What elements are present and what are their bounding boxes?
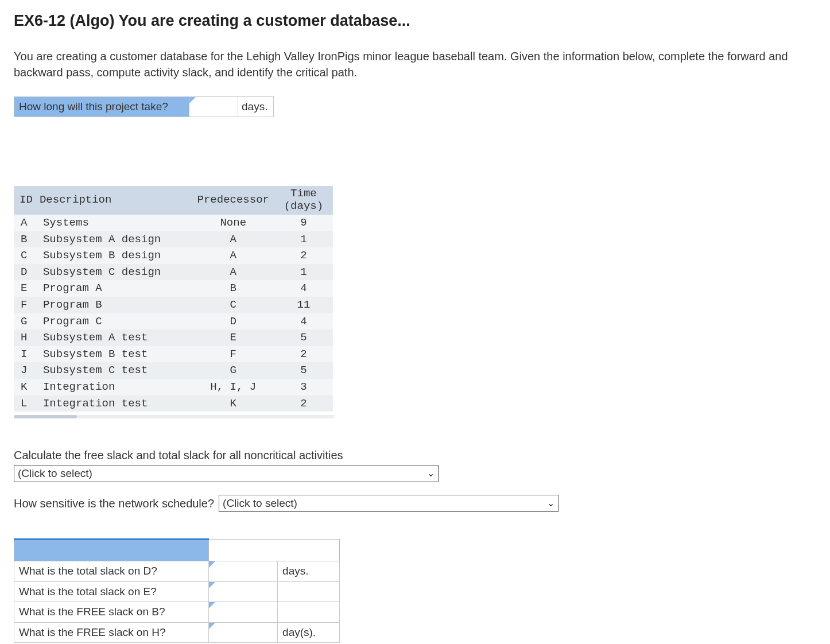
table-row: EProgram AB4 xyxy=(14,280,333,297)
activity-table: ID Description Predecessor Time (days) A… xyxy=(14,186,333,412)
table-row: BSubsystem A designA1 xyxy=(14,231,333,248)
cell-pred: A xyxy=(192,231,274,248)
cell-pred: None xyxy=(192,215,274,231)
cell-time: 4 xyxy=(274,313,333,330)
cell-time: 4 xyxy=(274,280,333,297)
answer-unit xyxy=(278,602,340,623)
cell-id: D xyxy=(14,264,40,281)
answer-row: What is the FREE slack on H?day(s). xyxy=(14,622,340,643)
table-row: CSubsystem B designA2 xyxy=(14,247,333,264)
slack-select[interactable]: (Click to select) ⌄ xyxy=(14,465,439,482)
cell-time: 9 xyxy=(274,215,333,231)
q1-unit: days. xyxy=(238,97,273,117)
cell-id: G xyxy=(14,313,40,330)
answer-question: What is the total slack on E? xyxy=(14,581,209,602)
cell-time: 11 xyxy=(274,297,333,313)
cell-pred: D xyxy=(192,313,274,330)
page-title: EX6-12 (Algo) You are creating a custome… xyxy=(14,10,816,32)
cell-id: L xyxy=(14,395,40,412)
cell-id: F xyxy=(14,297,40,313)
cell-time: 3 xyxy=(274,379,333,395)
cell-pred: A xyxy=(192,264,274,281)
answer-row: What is the total slack on D?days. xyxy=(14,561,340,581)
answer-input[interactable] xyxy=(209,623,277,643)
cell-id: C xyxy=(14,247,40,264)
cell-id: B xyxy=(14,231,40,248)
answer-question: What is the FREE slack on B? xyxy=(14,602,209,623)
intro-text: You are creating a customer database for… xyxy=(14,48,816,80)
sensitive-prompt: How sensitive is the network schedule? xyxy=(14,495,214,511)
answer-unit: day(s). xyxy=(278,622,340,643)
table-row: FProgram BC11 xyxy=(14,297,333,313)
cell-pred: F xyxy=(192,346,274,363)
table-row: JSubsystem C testG5 xyxy=(14,362,333,379)
table-row: KIntegrationH, I, J3 xyxy=(14,379,333,395)
col-pred: Predecessor xyxy=(192,186,274,215)
cell-time: 1 xyxy=(274,264,333,281)
cell-desc: Program C xyxy=(40,313,192,330)
cell-desc: Integration test xyxy=(40,395,192,412)
q1-label: How long will this project take? xyxy=(14,97,189,117)
answer-question: What is the total slack on D? xyxy=(14,561,209,581)
cell-pred: A xyxy=(192,247,274,264)
cell-pred: H, I, J xyxy=(192,379,274,395)
cell-time: 2 xyxy=(274,395,333,412)
q1-row: How long will this project take? days. xyxy=(14,96,274,118)
answer-input[interactable] xyxy=(209,561,277,581)
cell-pred: E xyxy=(192,329,274,346)
cell-pred: C xyxy=(192,297,274,313)
table-scrollbar[interactable] xyxy=(14,415,334,418)
slack-select-value: (Click to select) xyxy=(18,466,92,482)
q1-input-cell xyxy=(189,97,238,117)
sensitive-select-value: (Click to select) xyxy=(223,496,297,511)
answer-input-cell xyxy=(209,602,278,623)
table-row: GProgram CD4 xyxy=(14,313,333,330)
answer-row: What is the total slack on E? xyxy=(14,581,340,602)
table-row: ASystemsNone9 xyxy=(14,215,333,231)
col-desc: Description xyxy=(40,186,192,215)
cell-desc: Subsystem C design xyxy=(40,264,192,281)
answer-unit: days. xyxy=(278,561,340,581)
answers-header-rest xyxy=(209,539,340,561)
answer-input-cell xyxy=(209,561,278,581)
cell-desc: Subsystem B test xyxy=(40,346,192,363)
cell-desc: Systems xyxy=(40,215,192,231)
col-id: ID xyxy=(14,186,40,215)
cell-desc: Program B xyxy=(40,297,192,313)
chevron-down-icon: ⌄ xyxy=(542,497,554,510)
cell-id: J xyxy=(14,362,40,379)
cell-desc: Subsystem A test xyxy=(40,329,192,346)
answer-question: What is the FREE slack on H? xyxy=(14,622,209,643)
cell-desc: Program A xyxy=(40,280,192,297)
cell-id: I xyxy=(14,346,40,363)
cell-id: E xyxy=(14,280,40,297)
cell-id: K xyxy=(14,379,40,395)
cell-id: A xyxy=(14,215,40,231)
answer-row: What is the FREE slack on B? xyxy=(14,602,340,623)
answer-input[interactable] xyxy=(209,582,277,602)
cell-desc: Subsystem B design xyxy=(40,247,192,264)
cell-time: 2 xyxy=(274,346,333,363)
answer-input-cell xyxy=(209,581,278,602)
cell-time: 5 xyxy=(274,362,333,379)
answer-input[interactable] xyxy=(209,602,277,622)
q1-input[interactable] xyxy=(189,97,238,117)
sensitive-row: How sensitive is the network schedule? (… xyxy=(14,495,816,512)
answer-unit xyxy=(278,581,340,602)
chevron-down-icon: ⌄ xyxy=(422,467,435,480)
cell-time: 2 xyxy=(274,247,333,264)
cell-desc: Subsystem C test xyxy=(40,362,192,379)
slack-question: Calculate the free slack and total slack… xyxy=(14,447,816,482)
table-row: DSubsystem C designA1 xyxy=(14,264,333,281)
cell-desc: Subsystem A design xyxy=(40,231,192,248)
sensitive-select[interactable]: (Click to select) ⌄ xyxy=(219,495,558,512)
corner-mark-icon xyxy=(209,602,215,608)
answers-header-blue xyxy=(14,539,209,561)
cell-time: 5 xyxy=(274,329,333,346)
answers-table: What is the total slack on D?days.What i… xyxy=(14,538,340,643)
table-row: ISubsystem B testF2 xyxy=(14,346,333,363)
cell-id: H xyxy=(14,329,40,346)
table-row: LIntegration testK2 xyxy=(14,395,333,412)
cell-desc: Integration xyxy=(40,379,192,395)
cell-pred: B xyxy=(192,280,274,297)
